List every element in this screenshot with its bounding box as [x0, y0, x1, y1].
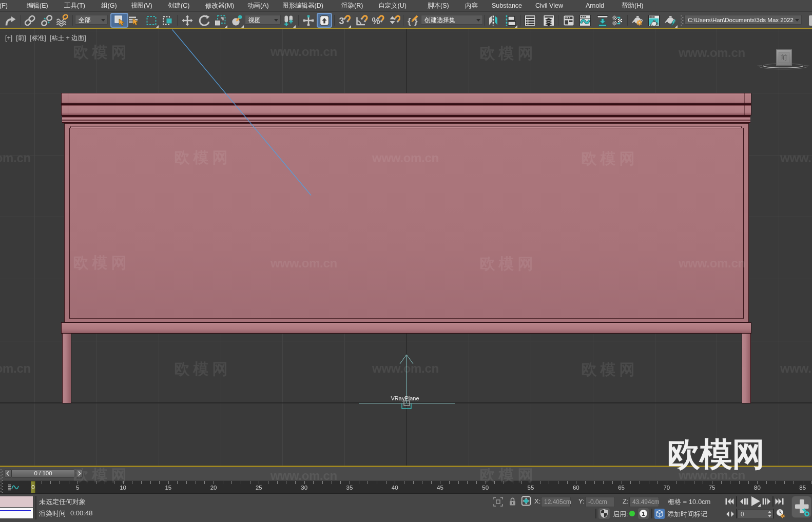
- current-frame-field[interactable]: 0: [738, 509, 774, 519]
- go-to-start-button[interactable]: [724, 496, 735, 507]
- menu-Arnold[interactable]: Arnold: [586, 0, 604, 11]
- select-and-place-button[interactable]: [230, 14, 243, 27]
- x-coordinate-field[interactable]: 12.405cm: [541, 497, 571, 507]
- svg-text:3: 3: [339, 16, 344, 26]
- use-pivot-point-center-button[interactable]: [282, 14, 295, 27]
- current-frame-marker[interactable]: 0: [31, 481, 35, 493]
- key-mode-toggle[interactable]: [725, 510, 736, 517]
- ruler-tick: [521, 481, 522, 484]
- scene-explorer-button[interactable]: [524, 14, 536, 27]
- render-setup-button[interactable]: [631, 14, 644, 27]
- time-slider-prev-button[interactable]: [5, 469, 11, 478]
- previous-frame-button[interactable]: [738, 496, 749, 507]
- mini-curve-editor-button[interactable]: [7, 482, 21, 492]
- named-selection-sets-dropdown[interactable]: 创建选择集: [421, 15, 483, 25]
- next-frame-button[interactable]: [761, 496, 772, 507]
- ruler-tick: [413, 481, 414, 484]
- snaps-toggle-3d-button[interactable]: 3: [338, 14, 350, 27]
- maxscript-listener-button[interactable]: {}: [407, 14, 419, 27]
- render-production-button[interactable]: [664, 14, 676, 27]
- select-and-link-button[interactable]: [24, 14, 36, 27]
- menu-组G[interactable]: 组(G): [101, 0, 117, 11]
- menu-修改器M[interactable]: 修改器(M): [205, 0, 234, 11]
- selection-filter-dropdown[interactable]: 全部: [75, 15, 108, 25]
- ruler-label: 35: [346, 485, 353, 491]
- select-and-scale-button[interactable]: [214, 14, 226, 27]
- curve-editor-button[interactable]: [579, 14, 591, 27]
- select-by-name-button[interactable]: [128, 14, 140, 27]
- active-viewport-border-top: [0, 28, 812, 29]
- menu-编辑E[interactable]: 编辑(E): [27, 0, 48, 11]
- safe-scene-script-execution-button[interactable]: [598, 508, 610, 519]
- isolate-selection-toggle[interactable]: [493, 497, 503, 507]
- toggle-ribbon-button[interactable]: [563, 14, 575, 27]
- select-object-button[interactable]: [110, 13, 128, 28]
- angle-snap-toggle-button[interactable]: [355, 14, 367, 27]
- align-button[interactable]: [504, 14, 516, 27]
- status-bar: 未选定任何对象 渲染时间 0:00:48 X: 12.405cm Y: -0.0…: [0, 494, 812, 522]
- statusbar-separator: [736, 509, 737, 518]
- viewport-front[interactable]: VRayPlane [+][前][标准][粘土 + 边面] 前: [0, 29, 812, 466]
- menu-动画A[interactable]: 动画(A): [247, 0, 269, 11]
- percent-snap-toggle-button[interactable]: %: [371, 14, 383, 27]
- y-coordinate-field[interactable]: -0.0cm: [585, 497, 615, 507]
- statusbar-separator: [595, 509, 596, 518]
- macro-recorder-mini-listener[interactable]: [0, 496, 33, 508]
- toolbar-separator: [177, 15, 178, 26]
- select-and-rotate-button[interactable]: [198, 14, 210, 27]
- time-slider-next-button[interactable]: [76, 469, 83, 478]
- layer-explorer-button[interactable]: [543, 14, 555, 27]
- z-coordinate-field[interactable]: 43.494cm: [629, 497, 659, 507]
- toolbar-separator: [520, 15, 520, 26]
- timeline-grip[interactable]: [0, 469, 3, 493]
- mirror-button[interactable]: [488, 14, 500, 27]
- menu-Civil View[interactable]: Civil View: [535, 0, 563, 11]
- menu-内容[interactable]: 内容: [465, 0, 478, 11]
- window-crossing-toggle-button[interactable]: [162, 14, 174, 27]
- time-tag-cube-button[interactable]: [654, 509, 665, 519]
- maxscript-mini-listener[interactable]: [0, 508, 33, 519]
- menu-视图V[interactable]: 视图(V): [131, 0, 152, 11]
- menu-渲染R[interactable]: 渲染(R): [341, 0, 363, 11]
- ruler-tick: [685, 481, 685, 484]
- spinner-snap-toggle-button[interactable]: [387, 14, 399, 27]
- select-and-manipulate-button[interactable]: [302, 14, 315, 27]
- menu-图形编辑器D[interactable]: 图形编辑器(D): [282, 0, 323, 11]
- ruler-tick: [204, 481, 205, 484]
- ruler-tick: [486, 481, 486, 484]
- play-animation-button[interactable]: [748, 494, 762, 508]
- menu-脚本S[interactable]: 脚本(S): [428, 0, 449, 11]
- menu-Substance[interactable]: Substance: [492, 0, 522, 11]
- undo-button[interactable]: [0, 14, 1, 27]
- toolbar-grip[interactable]: [681, 15, 684, 26]
- menu-自定义U[interactable]: 自定义(U): [378, 0, 407, 11]
- unlink-selection-button[interactable]: [41, 14, 53, 27]
- status-prompt: 未选定任何对象: [39, 497, 86, 507]
- create-key-plus-button[interactable]: [791, 496, 811, 518]
- go-to-end-button[interactable]: [774, 496, 785, 507]
- adaptive-degradation-button[interactable]: 1: [638, 508, 649, 519]
- ruler-tick: [223, 481, 223, 484]
- toolbar-separator: [21, 15, 21, 26]
- schematic-view-button[interactable]: [596, 14, 609, 27]
- select-and-move-button[interactable]: [181, 14, 194, 27]
- rendered-frame-window-button[interactable]: [648, 14, 660, 27]
- menu-文件F[interactable]: 文件(F): [0, 0, 8, 11]
- redo-button[interactable]: [4, 14, 16, 27]
- material-editor-button[interactable]: [611, 14, 624, 27]
- project-folder-field[interactable]: C:\Users\Han\Documents\3ds Max 2022: [684, 15, 802, 25]
- keyboard-shortcut-override-toggle[interactable]: [317, 13, 332, 28]
- time-slider-handle[interactable]: 0 / 100: [11, 469, 75, 478]
- ruler-tick: [784, 481, 785, 484]
- reference-coordinate-dropdown[interactable]: 视图: [245, 15, 281, 25]
- svg-text:1: 1: [642, 511, 645, 517]
- listener-separator[interactable]: [35, 496, 36, 519]
- menu-创建C[interactable]: 创建(C): [168, 0, 189, 11]
- menu-帮助H[interactable]: 帮助(H): [622, 0, 643, 11]
- selection-lock-toggle[interactable]: [509, 497, 516, 507]
- time-configuration-button[interactable]: [775, 508, 786, 519]
- rectangular-selection-region-button[interactable]: [145, 14, 158, 27]
- bind-to-space-warp-button[interactable]: [56, 14, 68, 27]
- menu-工具T[interactable]: 工具(T): [64, 0, 85, 11]
- absolute-mode-transform-toggle[interactable]: [521, 496, 531, 506]
